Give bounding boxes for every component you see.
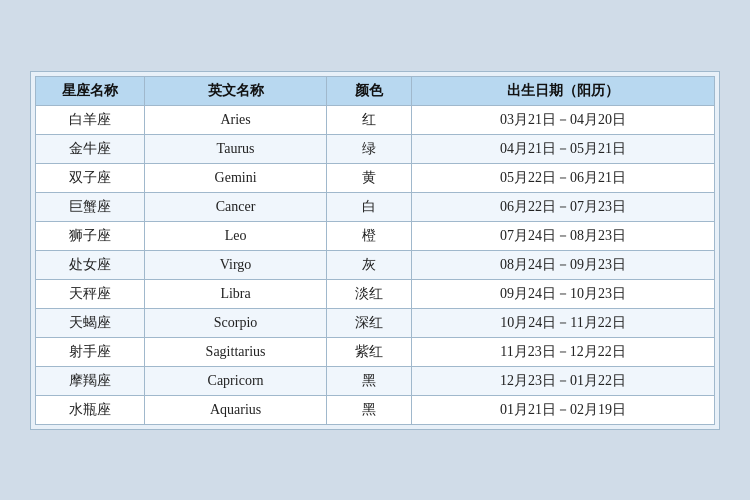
cell-en: Libra <box>145 279 327 308</box>
cell-color: 黄 <box>327 163 412 192</box>
cell-color: 红 <box>327 105 412 134</box>
table-row: 天秤座Libra淡红09月24日－10月23日 <box>36 279 715 308</box>
cell-date: 08月24日－09月23日 <box>411 250 714 279</box>
cell-en: Leo <box>145 221 327 250</box>
table-row: 处女座Virgo灰08月24日－09月23日 <box>36 250 715 279</box>
cell-zh: 双子座 <box>36 163 145 192</box>
header-en: 英文名称 <box>145 76 327 105</box>
cell-en: Aries <box>145 105 327 134</box>
cell-zh: 金牛座 <box>36 134 145 163</box>
cell-color: 黑 <box>327 395 412 424</box>
cell-date: 09月24日－10月23日 <box>411 279 714 308</box>
zodiac-table-container: 星座名称 英文名称 颜色 出生日期（阳历） 白羊座Aries红03月21日－04… <box>30 71 720 430</box>
cell-date: 05月22日－06月21日 <box>411 163 714 192</box>
cell-date: 11月23日－12月22日 <box>411 337 714 366</box>
table-row: 水瓶座Aquarius黑01月21日－02月19日 <box>36 395 715 424</box>
cell-date: 07月24日－08月23日 <box>411 221 714 250</box>
cell-zh: 白羊座 <box>36 105 145 134</box>
table-row: 双子座Gemini黄05月22日－06月21日 <box>36 163 715 192</box>
cell-date: 06月22日－07月23日 <box>411 192 714 221</box>
cell-zh: 天秤座 <box>36 279 145 308</box>
cell-zh: 狮子座 <box>36 221 145 250</box>
cell-en: Cancer <box>145 192 327 221</box>
cell-color: 黑 <box>327 366 412 395</box>
table-header-row: 星座名称 英文名称 颜色 出生日期（阳历） <box>36 76 715 105</box>
cell-zh: 摩羯座 <box>36 366 145 395</box>
cell-color: 深红 <box>327 308 412 337</box>
table-row: 天蝎座Scorpio深红10月24日－11月22日 <box>36 308 715 337</box>
cell-date: 04月21日－05月21日 <box>411 134 714 163</box>
table-row: 金牛座Taurus绿04月21日－05月21日 <box>36 134 715 163</box>
table-row: 摩羯座Capricorn黑12月23日－01月22日 <box>36 366 715 395</box>
header-color: 颜色 <box>327 76 412 105</box>
cell-en: Virgo <box>145 250 327 279</box>
cell-en: Sagittarius <box>145 337 327 366</box>
cell-zh: 巨蟹座 <box>36 192 145 221</box>
cell-date: 10月24日－11月22日 <box>411 308 714 337</box>
cell-zh: 射手座 <box>36 337 145 366</box>
table-row: 白羊座Aries红03月21日－04月20日 <box>36 105 715 134</box>
cell-en: Aquarius <box>145 395 327 424</box>
cell-date: 01月21日－02月19日 <box>411 395 714 424</box>
cell-en: Scorpio <box>145 308 327 337</box>
cell-date: 03月21日－04月20日 <box>411 105 714 134</box>
table-row: 巨蟹座Cancer白06月22日－07月23日 <box>36 192 715 221</box>
cell-date: 12月23日－01月22日 <box>411 366 714 395</box>
cell-en: Capricorn <box>145 366 327 395</box>
zodiac-table: 星座名称 英文名称 颜色 出生日期（阳历） 白羊座Aries红03月21日－04… <box>35 76 715 425</box>
cell-en: Taurus <box>145 134 327 163</box>
cell-zh: 水瓶座 <box>36 395 145 424</box>
cell-color: 绿 <box>327 134 412 163</box>
header-zh: 星座名称 <box>36 76 145 105</box>
cell-color: 橙 <box>327 221 412 250</box>
cell-zh: 天蝎座 <box>36 308 145 337</box>
table-row: 射手座Sagittarius紫红11月23日－12月22日 <box>36 337 715 366</box>
cell-en: Gemini <box>145 163 327 192</box>
cell-color: 淡红 <box>327 279 412 308</box>
cell-zh: 处女座 <box>36 250 145 279</box>
header-date: 出生日期（阳历） <box>411 76 714 105</box>
cell-color: 白 <box>327 192 412 221</box>
cell-color: 灰 <box>327 250 412 279</box>
table-row: 狮子座Leo橙07月24日－08月23日 <box>36 221 715 250</box>
cell-color: 紫红 <box>327 337 412 366</box>
